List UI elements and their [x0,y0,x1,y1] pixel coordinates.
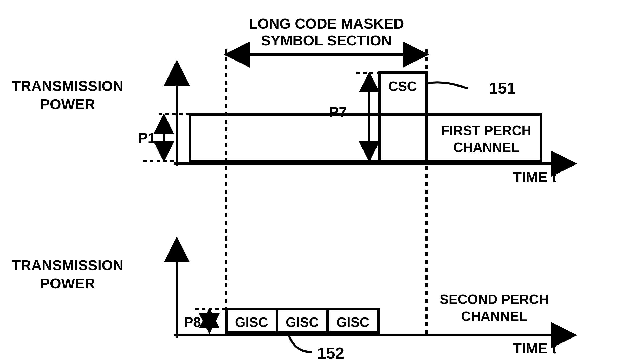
chart2-second-perch-l2: CHANNEL [461,309,527,324]
chart2-num152: 152 [317,344,344,362]
chart1-first-perch-l1: FIRST PERCH [441,123,532,138]
chart2-ylabel-line1: TRANSMISSION [12,257,123,273]
chart1-csc-label: CSC [388,79,417,94]
chart2-p8-label: P8 [184,314,201,330]
chart-2: TRANSMISSION POWER TIME t GISC GISC GISC… [12,242,572,362]
chart2-leader-152 [289,335,312,352]
chart2-xlabel: TIME t [513,340,556,356]
chart1-first-perch-l2: CHANNEL [453,140,519,155]
chart1-p7-label: P7 [329,104,347,120]
chart1-p1-label: P1 [138,130,156,146]
chart1-xlabel: TIME t [513,169,556,185]
chart1-ylabel-line1: TRANSMISSION [12,78,123,94]
chart1-num151: 151 [489,79,516,97]
chart2-gisc-2-label: GISC [286,315,319,330]
chart2-second-perch-l1: SECOND PERCH [440,292,549,307]
timing-diagram: TRANSMISSION POWER TIME t CSC P1 P7 FIRS… [0,0,641,364]
chart2-ylabel-line2: POWER [40,275,95,292]
chart1-ylabel-line2: POWER [40,96,95,112]
chart-1: TRANSMISSION POWER TIME t CSC P1 P7 FIRS… [12,65,572,185]
chart2-gisc-1-label: GISC [235,315,268,330]
chart2-gisc-3-label: GISC [336,315,369,330]
chart1-leader-151 [426,82,468,88]
section-line1: LONG CODE MASKED [249,15,404,32]
section-label-group: LONG CODE MASKED SYMBOL SECTION [229,15,424,55]
section-line2: SYMBOL SECTION [261,32,392,49]
